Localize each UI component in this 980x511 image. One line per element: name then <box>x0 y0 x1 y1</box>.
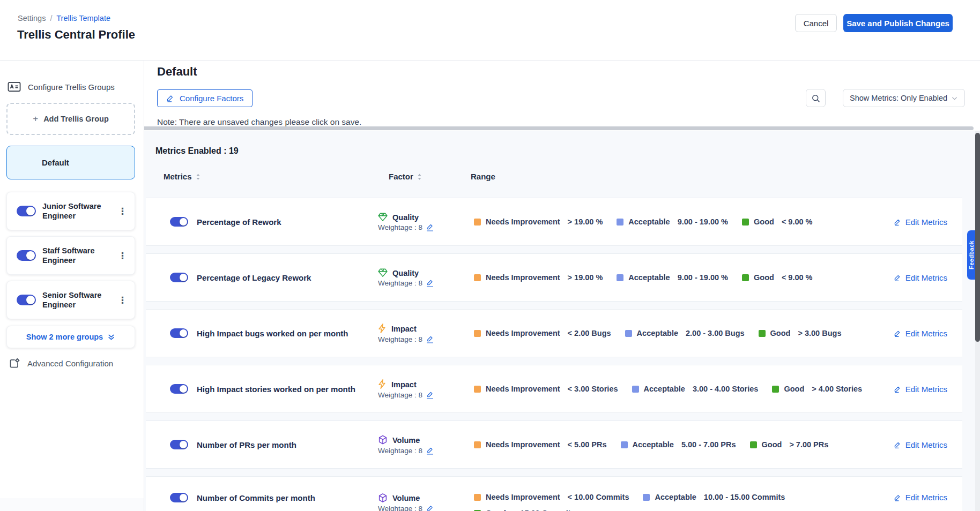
sidebar-group-card[interactable]: Junior Software Engineer ⋮ <box>6 192 135 230</box>
edit-metrics-link[interactable]: Edit Metrics <box>894 217 947 227</box>
vertical-scrollbar-thumb[interactable] <box>975 133 980 342</box>
group-enabled-toggle[interactable] <box>17 295 36 305</box>
more-options-icon[interactable]: ⋮ <box>118 207 127 216</box>
volume-cube-icon <box>378 435 388 445</box>
cancel-button[interactable]: Cancel <box>795 14 837 32</box>
sidebar-group-card[interactable]: Staff Software Engineer ⋮ <box>6 236 135 275</box>
range-color-square <box>474 330 481 337</box>
range-level-label: Acceptable <box>628 273 670 282</box>
edit-metrics-link[interactable]: Edit Metrics <box>894 493 947 502</box>
weightage-label: Weightage : 8 <box>378 447 422 455</box>
range-item: Good< 9.00 % <box>742 273 813 282</box>
edit-metrics-link[interactable]: Edit Metrics <box>894 440 947 449</box>
metrics-enabled-count: Metrics Enabled : 19 <box>155 146 239 156</box>
edit-weightage-icon[interactable] <box>427 279 433 287</box>
edit-icon <box>894 385 901 393</box>
range-value: 9.00 - 19.00 % <box>678 273 728 282</box>
range-cell: Needs Improvement> 19.00 %Acceptable9.00… <box>474 217 903 226</box>
range-level-label: Good <box>754 217 774 226</box>
sidebar-item-default-group[interactable]: Default <box>6 146 135 179</box>
metric-enabled-toggle[interactable] <box>170 384 188 394</box>
top-header: Settings / Trellis Template Trellis Cent… <box>0 0 980 61</box>
edit-metrics-link[interactable]: Edit Metrics <box>894 273 947 282</box>
range-level-label: Needs Improvement <box>486 273 560 282</box>
range-value: 5.00 - 7.00 PRs <box>681 440 736 449</box>
chevron-down-icon <box>951 95 958 102</box>
metric-enabled-toggle[interactable] <box>170 493 188 502</box>
range-item: Acceptable3.00 - 4.00 Stories <box>632 385 759 393</box>
metrics-filter-select[interactable]: Show Metrics: Only Enabled <box>843 89 965 107</box>
range-item: Needs Improvement< 3.00 Stories <box>474 385 618 393</box>
range-level-label: Needs Improvement <box>486 217 560 226</box>
column-header-factor[interactable]: Factor <box>389 172 422 181</box>
default-group-label: Default <box>42 158 69 167</box>
add-trellis-group-button[interactable]: + Add Trellis Group <box>6 103 135 135</box>
range-color-square <box>474 274 481 281</box>
range-value: < 9.00 % <box>782 217 813 226</box>
configure-factors-button[interactable]: Configure Factors <box>157 89 253 107</box>
edit-weightage-icon[interactable] <box>427 391 433 399</box>
edit-weightage-icon[interactable] <box>427 447 433 454</box>
range-value: > 7.00 PRs <box>789 440 828 449</box>
more-options-icon[interactable]: ⋮ <box>118 251 127 260</box>
edit-metrics-link[interactable]: Edit Metrics <box>894 329 947 338</box>
metric-enabled-toggle[interactable] <box>170 273 188 282</box>
range-item: Good< 9.00 % <box>742 217 813 226</box>
sidebar-footer-area <box>0 498 144 511</box>
metric-name: Percentage of Legacy Rework <box>197 273 311 282</box>
factor-name: Quality <box>392 268 419 277</box>
range-level-label: Good <box>770 329 791 337</box>
factor-name: Volume <box>392 435 420 444</box>
range-item: Good> 3.00 Bugs <box>759 329 842 337</box>
page-title: Trellis Central Profile <box>17 28 135 42</box>
range-color-square <box>772 386 779 393</box>
sidebar-group-card[interactable]: Senior Software Engineer ⋮ <box>6 281 135 319</box>
range-level-label: Needs Improvement <box>486 385 560 393</box>
group-enabled-toggle[interactable] <box>17 250 36 261</box>
range-item: Acceptable5.00 - 7.00 PRs <box>621 440 736 449</box>
edit-icon <box>894 329 901 337</box>
sort-icon <box>196 173 201 181</box>
range-level-label: Acceptable <box>637 329 678 337</box>
metric-enabled-toggle[interactable] <box>170 328 188 338</box>
show-more-groups-button[interactable]: Show 2 more groups <box>6 326 135 348</box>
edit-weightage-icon[interactable] <box>427 505 433 511</box>
breadcrumb: Settings / Trellis Template <box>18 14 110 22</box>
metrics-rows: Percentage of Rework Quality Weightage :… <box>146 198 962 511</box>
range-level-label: Good <box>754 273 774 282</box>
range-color-square <box>742 219 749 226</box>
range-value: > 15.00 Commits <box>514 509 575 511</box>
range-value: 2.00 - 3.00 Bugs <box>686 329 745 337</box>
breadcrumb-settings[interactable]: Settings <box>18 14 46 22</box>
metric-enabled-toggle[interactable] <box>170 440 188 449</box>
group-name: Senior Software Engineer <box>42 290 113 310</box>
range-level-label: Acceptable <box>628 217 670 226</box>
feedback-tab[interactable]: Feedback <box>967 230 975 280</box>
metric-name: Number of PRs per month <box>197 440 296 449</box>
range-color-square <box>474 219 481 226</box>
plus-icon: + <box>33 114 38 124</box>
range-value: > 19.00 % <box>568 217 603 226</box>
edit-metrics-link[interactable]: Edit Metrics <box>894 385 947 394</box>
range-item: Needs Improvement> 19.00 % <box>474 217 603 226</box>
weightage-label: Weightage : 8 <box>378 391 422 399</box>
search-button[interactable] <box>806 89 826 107</box>
horizontal-scrollbar-thumb[interactable] <box>144 126 974 130</box>
advanced-configuration-button[interactable]: Advanced Configuration <box>9 358 113 369</box>
save-and-publish-button[interactable]: Save and Publish Changes <box>843 14 953 32</box>
edit-icon <box>166 94 174 102</box>
group-enabled-toggle[interactable] <box>17 206 36 216</box>
range-value: < 3.00 Stories <box>568 385 618 393</box>
breadcrumb-trellis-template[interactable]: Trellis Template <box>56 14 110 22</box>
edit-weightage-icon[interactable] <box>427 335 433 343</box>
more-options-icon[interactable]: ⋮ <box>118 296 127 305</box>
metric-name: Number of Commits per month <box>197 493 315 502</box>
metrics-filter-value: Show Metrics: Only Enabled <box>850 94 951 102</box>
range-color-square <box>617 274 623 281</box>
group-name: Junior Software Engineer <box>42 201 113 221</box>
metric-enabled-toggle[interactable] <box>170 217 188 227</box>
edit-weightage-icon[interactable] <box>427 223 433 231</box>
column-header-metrics[interactable]: Metrics <box>164 172 201 181</box>
weightage-label: Weightage : 8 <box>378 223 422 231</box>
edit-icon <box>894 441 901 448</box>
